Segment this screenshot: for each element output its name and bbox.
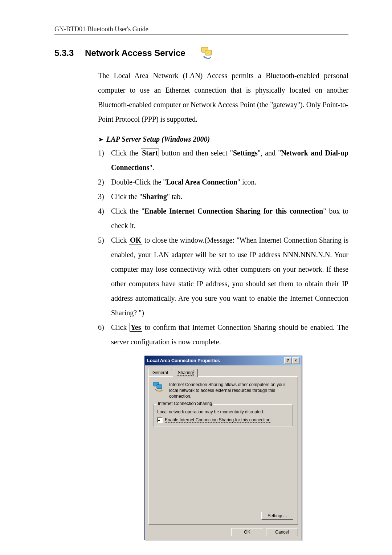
- list-num: 2): [98, 175, 111, 189]
- list-text: Click the "Enable Internet Connection Sh…: [111, 204, 348, 233]
- tab-sharing[interactable]: Sharing: [173, 369, 198, 377]
- sharing-info-text: Internet Connection Sharing allows other…: [169, 382, 293, 400]
- help-button[interactable]: ?: [284, 357, 291, 364]
- list-text: Click the Start button and then select "…: [111, 146, 348, 175]
- list-text: Click Yes to confirm that Internet Conne…: [111, 320, 348, 349]
- close-button[interactable]: ×: [292, 357, 299, 364]
- intro-paragraph: The Local Area Network (LAN) Access perm…: [98, 68, 348, 126]
- yes-button-ref: Yes: [130, 323, 142, 332]
- properties-dialog: Local Area Connection Properties ? × Gen…: [144, 356, 302, 540]
- list-text: Click the "Sharing" tab.: [111, 189, 348, 204]
- network-access-icon: [200, 46, 214, 60]
- groupbox-label: Internet Connection Sharing: [156, 401, 213, 406]
- tab-strip: General Sharing: [148, 369, 298, 377]
- tab-panel: Internet Connection Sharing allows other…: [148, 376, 298, 524]
- enable-ics-label: Enable Internet Connection Sharing for t…: [165, 417, 270, 423]
- svg-rect-1: [205, 50, 212, 55]
- ok-button-ref: OK: [129, 236, 142, 244]
- dialog-title: Local Area Connection Properties: [147, 358, 220, 363]
- cancel-button[interactable]: Cancel: [266, 528, 298, 536]
- doc-header: GN-BTD01 Bluetooth User's Guide: [54, 25, 348, 33]
- ok-button[interactable]: OK: [231, 528, 263, 536]
- section-title-text: Network Access Service: [85, 48, 185, 58]
- section-heading: 5.3.3 Network Access Service: [54, 46, 348, 60]
- enable-ics-checkbox[interactable]: [157, 417, 163, 423]
- list-num: 3): [98, 189, 111, 204]
- section-number: 5.3.3: [54, 48, 74, 58]
- header-rule: [54, 35, 348, 35]
- ics-groupbox: Internet Connection Sharing Local networ…: [153, 404, 293, 427]
- numbered-list: 1) Click the Start button and then selec…: [98, 146, 348, 349]
- list-num: 4): [98, 204, 111, 233]
- start-button-ref: Start: [141, 149, 159, 157]
- list-num: 6): [98, 320, 111, 349]
- subhead: LAP Server Setup (Windows 2000): [106, 135, 210, 143]
- settings-button[interactable]: Settings...: [261, 512, 293, 520]
- list-text: Click OK to close the window.(Message: "…: [111, 233, 348, 320]
- list-text: Double-Click the "Local Area Connection"…: [111, 175, 348, 189]
- tab-general[interactable]: General: [148, 369, 172, 377]
- subhead-arrow-icon: ➤: [98, 135, 103, 143]
- sharing-info-icon: [153, 382, 166, 393]
- svg-rect-3: [157, 385, 162, 389]
- groupbox-line: Local network operation may be momentari…: [157, 409, 289, 414]
- list-num: 1): [98, 146, 111, 175]
- list-num: 5): [98, 233, 111, 320]
- dialog-titlebar: Local Area Connection Properties ? ×: [145, 356, 302, 365]
